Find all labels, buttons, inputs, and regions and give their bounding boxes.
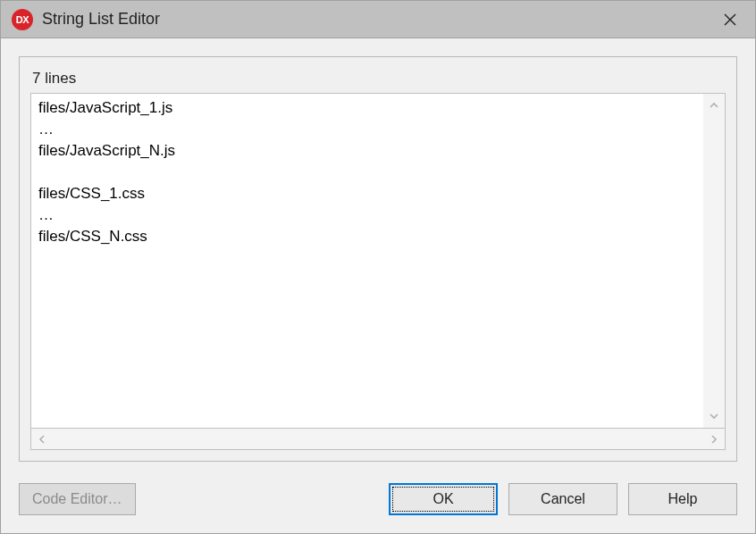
scroll-left-icon[interactable] xyxy=(38,432,46,446)
editor-group: 7 lines files/JavaScript_1.js … files/Ja… xyxy=(19,56,737,462)
text-content[interactable]: files/JavaScript_1.js … files/JavaScript… xyxy=(31,94,703,428)
ok-button[interactable]: OK xyxy=(389,483,498,515)
horizontal-scrollbar[interactable] xyxy=(30,429,726,450)
app-icon: DX xyxy=(12,9,33,30)
text-area[interactable]: files/JavaScript_1.js … files/JavaScript… xyxy=(30,93,726,429)
vertical-scrollbar[interactable] xyxy=(703,94,725,428)
close-button[interactable] xyxy=(712,3,748,37)
help-button[interactable]: Help xyxy=(628,483,737,515)
line-count-label: 7 lines xyxy=(30,70,726,88)
dialog-body: 7 lines files/JavaScript_1.js … files/Ja… xyxy=(1,38,755,533)
window-title: String List Editor xyxy=(42,10,712,29)
scroll-up-icon[interactable] xyxy=(710,99,718,112)
dialog-window: DX String List Editor 7 lines files/Java… xyxy=(0,0,756,534)
close-icon xyxy=(724,13,736,26)
code-editor-button: Code Editor… xyxy=(19,483,136,515)
titlebar: DX String List Editor xyxy=(1,1,755,38)
scroll-right-icon[interactable] xyxy=(710,432,718,446)
scroll-down-icon[interactable] xyxy=(710,410,718,422)
app-icon-text: DX xyxy=(16,14,29,25)
cancel-button[interactable]: Cancel xyxy=(508,483,617,515)
button-row: Code Editor… OK Cancel Help xyxy=(19,483,737,515)
